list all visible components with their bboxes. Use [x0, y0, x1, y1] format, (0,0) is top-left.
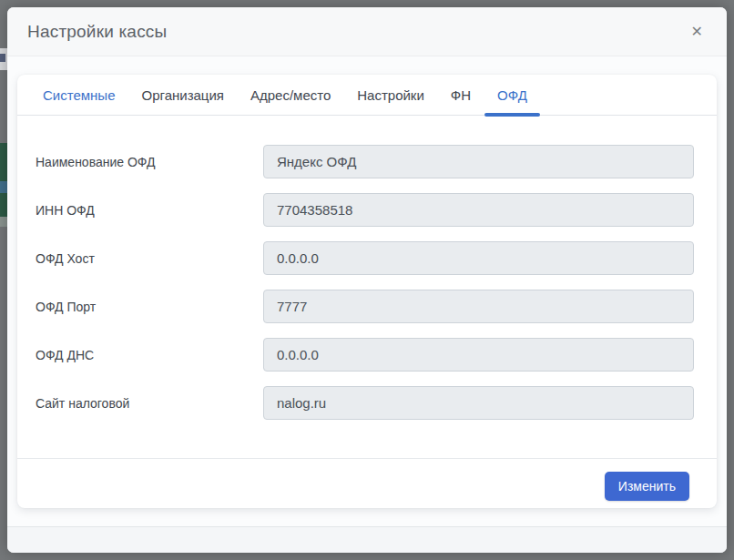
ofd-inn-input[interactable]	[263, 193, 694, 227]
tab-bar: Системные Организация Адрес/место Настро…	[17, 75, 717, 116]
backdrop-page-sliver	[0, 54, 5, 62]
backdrop-page-sliver	[0, 217, 7, 227]
tab-adres-mesto[interactable]: Адрес/место	[250, 75, 331, 116]
tab-nastroyki[interactable]: Настройки	[357, 75, 424, 116]
tab-organizaciya[interactable]: Организация	[141, 75, 223, 116]
tab-ofd[interactable]: ОФД	[497, 75, 527, 116]
ofd-dns-input[interactable]	[263, 338, 694, 372]
ofd-name-label: Наименование ОФД	[36, 155, 263, 169]
form-row-ofd-inn: ИНН ОФД	[36, 193, 694, 227]
settings-card: Системные Организация Адрес/место Настро…	[17, 75, 717, 508]
tab-fn[interactable]: ФН	[451, 75, 471, 116]
tax-site-input[interactable]	[263, 386, 694, 420]
ofd-port-label: ОФД Порт	[36, 300, 263, 314]
close-icon[interactable]: ✕	[686, 21, 709, 43]
ofd-dns-label: ОФД ДНС	[36, 348, 263, 362]
card-footer: Изменить	[17, 458, 717, 501]
ofd-port-input[interactable]	[263, 290, 694, 323]
cash-register-settings-modal: Настройки кассы ✕ Системные Организация …	[7, 7, 727, 553]
modal-footer	[7, 526, 727, 553]
ofd-host-label: ОФД Хост	[36, 251, 263, 266]
ofd-host-input[interactable]	[263, 241, 694, 275]
tax-site-label: Сайт налоговой	[36, 396, 263, 411]
form-row-tax-site: Сайт налоговой	[36, 386, 694, 420]
backdrop-page-sliver	[0, 181, 7, 193]
form-row-ofd-dns: ОФД ДНС	[36, 338, 694, 372]
modal-header: Настройки кассы ✕	[7, 7, 727, 56]
ofd-inn-label: ИНН ОФД	[36, 203, 263, 218]
form-row-ofd-port: ОФД Порт	[36, 290, 694, 323]
ofd-form: Наименование ОФД ИНН ОФД ОФД Хост ОФД По…	[17, 116, 717, 420]
modal-title: Настройки кассы	[27, 22, 167, 42]
tab-sistemnye[interactable]: Системные	[43, 75, 115, 116]
ofd-name-input[interactable]	[263, 145, 694, 178]
form-row-ofd-host: ОФД Хост	[36, 241, 694, 275]
form-row-ofd-name: Наименование ОФД	[36, 145, 694, 178]
edit-button[interactable]: Изменить	[605, 472, 689, 501]
